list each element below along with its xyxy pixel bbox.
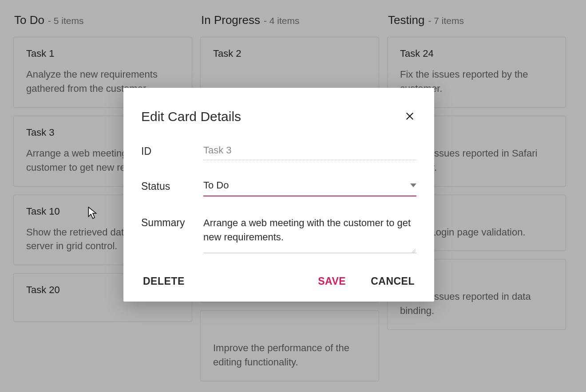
modal-overlay[interactable]: Edit Card Details ID Task 3 Status To Do (0, 0, 586, 392)
close-icon (405, 116, 415, 122)
save-button[interactable]: SAVE (316, 273, 348, 290)
chevron-down-icon (410, 180, 416, 191)
dialog-title: Edit Card Details (141, 109, 241, 124)
status-dropdown[interactable]: To Do (203, 180, 416, 196)
id-field: Task 3 (203, 145, 416, 160)
summary-textarea[interactable] (203, 216, 416, 253)
status-value: To Do (203, 180, 229, 191)
status-label: Status (141, 180, 203, 192)
cancel-button[interactable]: CANCEL (369, 273, 416, 290)
delete-button[interactable]: DELETE (141, 273, 186, 290)
id-label: ID (141, 145, 203, 157)
edit-card-dialog: Edit Card Details ID Task 3 Status To Do (123, 88, 434, 302)
summary-label: Summary (141, 216, 203, 229)
close-button[interactable] (403, 110, 416, 124)
